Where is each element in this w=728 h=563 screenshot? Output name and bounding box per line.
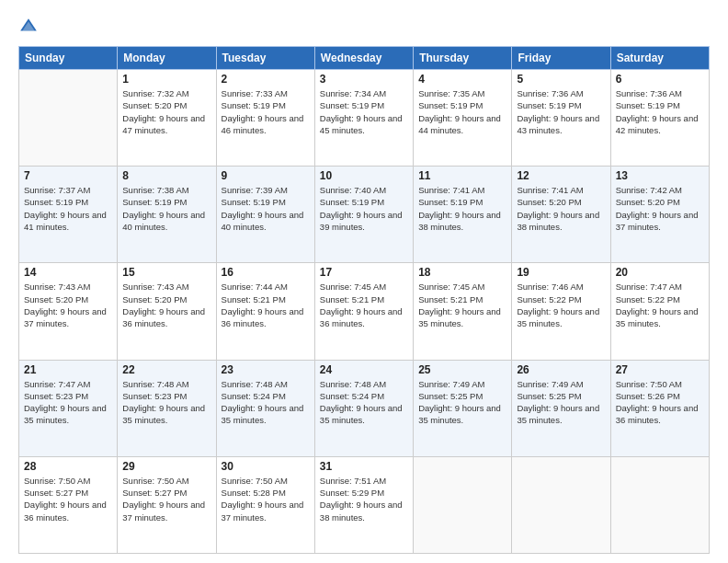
day-detail: Sunrise: 7:36 AMSunset: 5:19 PMDaylight:… — [517, 87, 605, 136]
day-number: 31 — [320, 460, 408, 473]
calendar-cell — [610, 456, 709, 553]
calendar-cell: 27Sunrise: 7:50 AMSunset: 5:26 PMDayligh… — [610, 360, 709, 456]
day-number: 1 — [122, 73, 210, 86]
weekday-header: Monday — [118, 47, 216, 70]
day-number: 7 — [24, 169, 112, 182]
calendar-cell: 2Sunrise: 7:33 AMSunset: 5:19 PMDaylight… — [216, 70, 314, 167]
calendar-week-row: 21Sunrise: 7:47 AMSunset: 5:23 PMDayligh… — [19, 360, 710, 456]
day-detail: Sunrise: 7:43 AMSunset: 5:20 PMDaylight:… — [24, 281, 112, 329]
calendar-cell: 15Sunrise: 7:43 AMSunset: 5:20 PMDayligh… — [118, 263, 216, 360]
day-number: 20 — [616, 266, 704, 279]
day-detail: Sunrise: 7:39 AMSunset: 5:19 PMDaylight:… — [222, 184, 310, 233]
day-detail: Sunrise: 7:48 AMSunset: 5:24 PMDaylight:… — [320, 378, 408, 427]
calendar-cell: 16Sunrise: 7:44 AMSunset: 5:21 PMDayligh… — [216, 263, 314, 360]
day-detail: Sunrise: 7:41 AMSunset: 5:19 PMDaylight:… — [418, 184, 506, 233]
day-detail: Sunrise: 7:35 AMSunset: 5:19 PMDaylight:… — [418, 87, 506, 136]
day-detail: Sunrise: 7:45 AMSunset: 5:21 PMDaylight:… — [320, 281, 408, 329]
calendar-cell: 19Sunrise: 7:46 AMSunset: 5:22 PMDayligh… — [512, 263, 610, 360]
calendar-cell: 22Sunrise: 7:48 AMSunset: 5:23 PMDayligh… — [118, 360, 216, 456]
day-number: 23 — [222, 363, 310, 376]
day-number: 12 — [517, 169, 605, 182]
calendar-cell: 5Sunrise: 7:36 AMSunset: 5:19 PMDaylight… — [512, 70, 610, 167]
calendar-cell: 25Sunrise: 7:49 AMSunset: 5:25 PMDayligh… — [414, 360, 512, 456]
logo — [18, 17, 42, 37]
calendar-cell: 1Sunrise: 7:32 AMSunset: 5:20 PMDaylight… — [118, 70, 216, 167]
day-detail: Sunrise: 7:45 AMSunset: 5:21 PMDaylight:… — [418, 281, 506, 329]
day-detail: Sunrise: 7:43 AMSunset: 5:20 PMDaylight:… — [122, 281, 210, 329]
day-detail: Sunrise: 7:48 AMSunset: 5:24 PMDaylight:… — [222, 378, 310, 427]
logo-icon — [18, 17, 39, 37]
day-number: 8 — [122, 169, 210, 182]
calendar-week-row: 1Sunrise: 7:32 AMSunset: 5:20 PMDaylight… — [19, 70, 710, 167]
calendar-cell: 17Sunrise: 7:45 AMSunset: 5:21 PMDayligh… — [314, 263, 413, 360]
weekday-header: Thursday — [414, 47, 512, 70]
day-number: 16 — [222, 266, 310, 279]
header — [18, 17, 710, 37]
day-number: 9 — [222, 169, 310, 182]
day-detail: Sunrise: 7:49 AMSunset: 5:25 PMDaylight:… — [418, 378, 506, 427]
calendar-week-row: 7Sunrise: 7:37 AMSunset: 5:19 PMDaylight… — [19, 167, 710, 263]
day-number: 24 — [320, 363, 408, 376]
calendar-cell: 9Sunrise: 7:39 AMSunset: 5:19 PMDaylight… — [216, 167, 314, 263]
calendar-cell: 20Sunrise: 7:47 AMSunset: 5:22 PMDayligh… — [610, 263, 709, 360]
day-number: 26 — [517, 363, 605, 376]
day-number: 21 — [24, 363, 112, 376]
calendar-week-row: 14Sunrise: 7:43 AMSunset: 5:20 PMDayligh… — [19, 263, 710, 360]
day-number: 25 — [418, 363, 506, 376]
day-detail: Sunrise: 7:32 AMSunset: 5:20 PMDaylight:… — [122, 87, 210, 136]
weekday-header-row: SundayMondayTuesdayWednesdayThursdayFrid… — [19, 47, 710, 70]
day-number: 30 — [222, 460, 310, 473]
day-detail: Sunrise: 7:42 AMSunset: 5:20 PMDaylight:… — [616, 184, 704, 233]
day-number: 11 — [418, 169, 506, 182]
day-detail: Sunrise: 7:50 AMSunset: 5:27 PMDaylight:… — [24, 475, 112, 523]
calendar-cell: 21Sunrise: 7:47 AMSunset: 5:23 PMDayligh… — [19, 360, 118, 456]
day-number: 19 — [517, 266, 605, 279]
calendar-cell: 4Sunrise: 7:35 AMSunset: 5:19 PMDaylight… — [414, 70, 512, 167]
calendar-week-row: 28Sunrise: 7:50 AMSunset: 5:27 PMDayligh… — [19, 456, 710, 553]
day-detail: Sunrise: 7:50 AMSunset: 5:28 PMDaylight:… — [222, 475, 310, 523]
day-number: 27 — [616, 363, 704, 376]
day-number: 2 — [222, 73, 310, 86]
day-number: 15 — [122, 266, 210, 279]
calendar-cell: 31Sunrise: 7:51 AMSunset: 5:29 PMDayligh… — [314, 456, 413, 553]
calendar-cell: 8Sunrise: 7:38 AMSunset: 5:19 PMDaylight… — [118, 167, 216, 263]
day-number: 10 — [320, 169, 408, 182]
day-detail: Sunrise: 7:40 AMSunset: 5:19 PMDaylight:… — [320, 184, 408, 233]
weekday-header: Saturday — [610, 47, 709, 70]
day-detail: Sunrise: 7:47 AMSunset: 5:22 PMDaylight:… — [616, 281, 704, 329]
day-detail: Sunrise: 7:46 AMSunset: 5:22 PMDaylight:… — [517, 281, 605, 329]
calendar-cell: 29Sunrise: 7:50 AMSunset: 5:27 PMDayligh… — [118, 456, 216, 553]
page: SundayMondayTuesdayWednesdayThursdayFrid… — [0, 0, 728, 563]
day-detail: Sunrise: 7:50 AMSunset: 5:27 PMDaylight:… — [122, 475, 210, 523]
calendar-cell: 7Sunrise: 7:37 AMSunset: 5:19 PMDaylight… — [19, 167, 118, 263]
day-number: 6 — [616, 73, 704, 86]
weekday-header: Friday — [512, 47, 610, 70]
weekday-header: Sunday — [19, 47, 118, 70]
day-number: 3 — [320, 73, 408, 86]
calendar-table: SundayMondayTuesdayWednesdayThursdayFrid… — [18, 46, 710, 554]
calendar-cell — [512, 456, 610, 553]
day-number: 13 — [616, 169, 704, 182]
day-detail: Sunrise: 7:37 AMSunset: 5:19 PMDaylight:… — [24, 184, 112, 233]
calendar-cell: 3Sunrise: 7:34 AMSunset: 5:19 PMDaylight… — [314, 70, 413, 167]
day-detail: Sunrise: 7:33 AMSunset: 5:19 PMDaylight:… — [222, 87, 310, 136]
weekday-header: Tuesday — [216, 47, 314, 70]
day-detail: Sunrise: 7:49 AMSunset: 5:25 PMDaylight:… — [517, 378, 605, 427]
day-number: 28 — [24, 460, 112, 473]
calendar-cell: 6Sunrise: 7:36 AMSunset: 5:19 PMDaylight… — [610, 70, 709, 167]
day-detail: Sunrise: 7:44 AMSunset: 5:21 PMDaylight:… — [222, 281, 310, 329]
calendar-cell: 13Sunrise: 7:42 AMSunset: 5:20 PMDayligh… — [610, 167, 709, 263]
day-number: 29 — [122, 460, 210, 473]
calendar-cell: 24Sunrise: 7:48 AMSunset: 5:24 PMDayligh… — [314, 360, 413, 456]
calendar-cell: 30Sunrise: 7:50 AMSunset: 5:28 PMDayligh… — [216, 456, 314, 553]
day-detail: Sunrise: 7:38 AMSunset: 5:19 PMDaylight:… — [122, 184, 210, 233]
day-detail: Sunrise: 7:51 AMSunset: 5:29 PMDaylight:… — [320, 475, 408, 523]
calendar-cell: 28Sunrise: 7:50 AMSunset: 5:27 PMDayligh… — [19, 456, 118, 553]
day-detail: Sunrise: 7:48 AMSunset: 5:23 PMDaylight:… — [122, 378, 210, 427]
day-number: 14 — [24, 266, 112, 279]
weekday-header: Wednesday — [314, 47, 413, 70]
calendar-cell: 18Sunrise: 7:45 AMSunset: 5:21 PMDayligh… — [414, 263, 512, 360]
calendar-cell: 14Sunrise: 7:43 AMSunset: 5:20 PMDayligh… — [19, 263, 118, 360]
day-detail: Sunrise: 7:47 AMSunset: 5:23 PMDaylight:… — [24, 378, 112, 427]
day-number: 5 — [517, 73, 605, 86]
